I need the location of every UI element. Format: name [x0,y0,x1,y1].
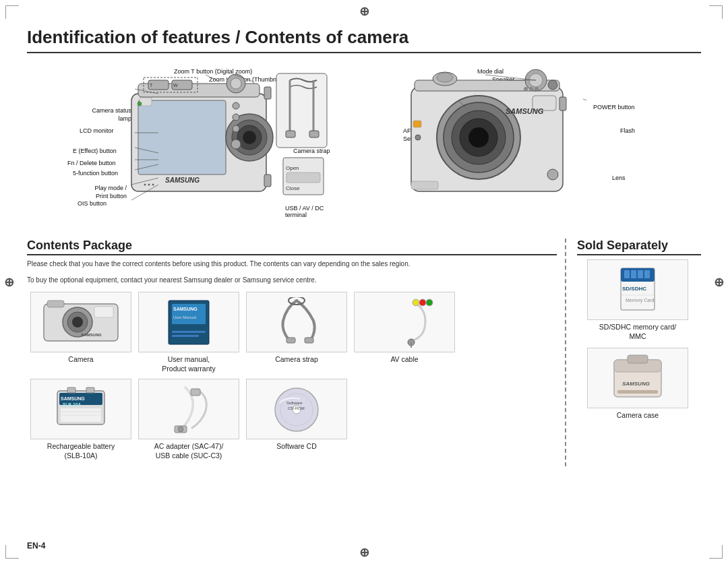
svg-rect-85 [172,335,199,337]
strap-icon [266,297,327,348]
svg-rect-101 [67,387,75,393]
adapter-icon [158,384,219,435]
contents-items-grid: SAMSUNG Camera SAMSUNG User Manual [27,292,557,466]
label-lens: Lens [612,175,626,181]
svg-point-38 [437,73,453,82]
svg-rect-124 [617,390,658,394]
svg-rect-88 [305,338,313,343]
svg-point-22 [152,184,154,186]
center-mark-left: ⊕ [4,275,14,290]
svg-text:SAMSUNG: SAMSUNG [622,381,650,387]
svg-text:User Manual: User Manual [173,315,196,319]
svg-point-44 [548,80,557,90]
svg-point-20 [144,184,146,186]
svg-rect-114 [631,270,636,278]
item-manual-image: SAMSUNG User Manual [138,292,239,352]
cd-icon: Software CD-ROM [266,384,327,435]
svg-rect-116 [644,270,650,278]
svg-point-14 [233,114,239,121]
svg-point-49 [468,127,489,148]
item-adapter-image [138,379,239,439]
item-avcable-image [354,292,455,352]
center-mark-top: ⊕ [359,4,369,19]
svg-rect-26 [276,73,327,148]
svg-text:SAMSUNG: SAMSUNG [81,333,102,337]
item-cd-label: Software CD [243,442,351,451]
svg-rect-113 [624,270,630,278]
svg-point-91 [426,299,433,306]
item-case-label: Camera case [577,411,698,420]
item-camera: SAMSUNG Camera [27,292,135,373]
item-cd-image: Software CD-ROM [246,379,347,439]
sold-separately-title: Sold Separately [577,239,701,255]
item-avcable-label: AV cable [351,355,458,365]
svg-rect-56 [559,97,566,111]
contents-package: Contents Package Please check that you h… [27,239,566,466]
contents-desc-1: Please check that you have the correct c… [27,259,557,269]
camera-diagram-svg: T W SAMSUNG [27,60,586,228]
sold-separately: Sold Separately SD/SDHC Memory Card [566,239,701,466]
svg-rect-23 [264,87,271,99]
svg-text:T: T [150,83,153,88]
svg-rect-33 [286,173,320,183]
contents-desc-2: To buy the optional equipment, contact y… [27,276,557,285]
item-strap-label: Camera strap [243,355,351,365]
corner-mark-tr [709,5,723,19]
svg-point-7 [231,78,241,89]
corner-mark-br [709,545,723,559]
item-cd: Software CD-ROM Software CD [243,379,351,460]
svg-point-43 [535,87,539,91]
svg-rect-16 [231,139,241,149]
svg-text:CD-ROM: CD-ROM [288,406,305,410]
item-manual-label: User manual,Product warranty [135,355,243,373]
svg-line-70 [583,99,586,107]
svg-rect-102 [86,387,94,393]
svg-text:Memory Card: Memory Card [626,298,655,303]
svg-point-12 [243,131,256,144]
item-adapter-label: AC adapter (SAC-47)/USB cable (SUC-C3) [135,442,243,460]
svg-rect-115 [638,270,643,278]
svg-text:Open: Open [286,165,299,171]
svg-text:SD/SDHC: SD/SDHC [622,286,646,292]
item-battery-label: Rechargeable battery(SLB-10A) [27,442,135,460]
camera-diagram: Zoom T button (Digital zoom) Zoom W butt… [27,60,701,235]
svg-text:SAMSUNG: SAMSUNG [506,107,544,115]
item-avcable: AV cable [351,292,458,373]
svg-rect-87 [286,338,295,343]
page-container: ⊕ ⊕ ⊕ ⊕ Identification of features / Con… [0,0,728,564]
contents-package-title: Contents Package [27,239,557,255]
label-power: POWER button [593,104,635,111]
item-manual: SAMSUNG User Manual User manual,Product … [135,292,243,373]
svg-point-13 [233,102,239,109]
svg-text:W: W [173,83,178,88]
svg-point-53 [415,135,421,140]
center-mark-right: ⊕ [714,275,724,290]
item-case: SAMSUNG Camera case [577,348,698,420]
svg-point-89 [413,299,419,306]
svg-rect-24 [264,175,271,187]
svg-text:SAMSUNG: SAMSUNG [165,177,200,184]
svg-point-19 [138,102,142,106]
svg-rect-78 [94,307,113,317]
svg-rect-122 [628,355,648,363]
item-sdcard: SD/SDHC Memory Card SD/SDHC memory card/… [577,259,698,341]
manual-icon: SAMSUNG User Manual [158,297,219,348]
svg-text:Close: Close [286,185,300,191]
label-flash: Flash [620,127,635,134]
item-adapter: AC adapter (SAC-47)/USB cable (SUC-C3) [135,379,243,460]
svg-rect-30 [309,131,319,137]
corner-mark-tl [5,5,19,19]
page-title: Identification of features / Contents of… [27,27,701,53]
battery-icon: SAMSUNG SLB-10A [47,384,115,435]
item-battery: SAMSUNG SLB-10A Rechargeable battery(SLB… [27,379,135,460]
svg-point-21 [148,184,150,186]
item-strap-image [246,292,347,352]
svg-point-55 [547,169,558,180]
svg-point-15 [233,125,239,132]
camera-icon: SAMSUNG [40,297,121,348]
svg-text:Software: Software [286,401,303,405]
item-sdcard-image: SD/SDHC Memory Card [587,259,688,320]
sdcard-icon: SD/SDHC Memory Card [611,265,665,315]
svg-point-41 [524,87,528,91]
svg-point-76 [72,317,83,327]
